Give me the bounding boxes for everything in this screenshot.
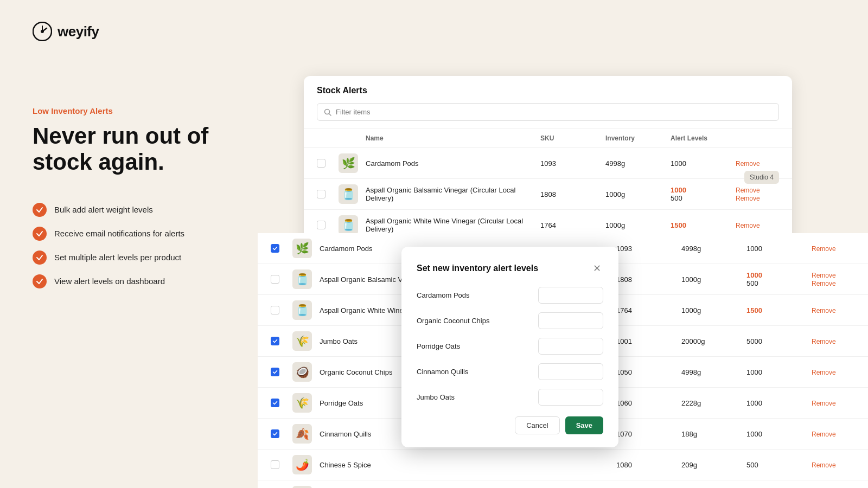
remove-link[interactable]: Remove <box>736 187 760 194</box>
alert-level: 1000500 <box>746 271 812 287</box>
remove-link[interactable]: Remove <box>812 307 836 314</box>
table-header: Name SKU Inventory Alert Levels <box>304 129 792 148</box>
modal-field: Porridge Oats <box>417 338 603 355</box>
product-image: 🫙 <box>292 300 312 320</box>
search-icon <box>324 108 331 116</box>
alert-level: 1000 <box>746 245 812 253</box>
row-checkbox[interactable] <box>271 244 279 253</box>
row-checkbox[interactable] <box>271 368 279 376</box>
feature-list: Bulk add alert weight levels Receive ema… <box>33 203 222 288</box>
hero-title: Never run out of stock again. <box>33 123 222 176</box>
product-sku: 1080 <box>616 461 681 469</box>
logo: weyify <box>33 22 222 41</box>
row-checkbox[interactable] <box>317 190 326 198</box>
product-inventory: 4998g <box>681 368 746 376</box>
product-image: 🫙 <box>339 184 358 204</box>
remove-link[interactable]: Remove <box>736 160 760 168</box>
svg-line-5 <box>329 113 331 115</box>
row-checkbox[interactable] <box>271 429 279 438</box>
row-checkbox[interactable] <box>271 460 279 469</box>
field-label: Jumbo Oats <box>417 393 455 401</box>
field-label: Cinnamon Quills <box>417 368 468 376</box>
alert-level-normal: 500 <box>671 194 736 202</box>
search-bar[interactable] <box>317 103 779 121</box>
field-label: Organic Coconut Chips <box>417 317 489 325</box>
field-label: Cardamom Pods <box>417 291 470 299</box>
inventory-alert-modal: Set new inventory alert levels ✕ Cardamo… <box>401 247 618 447</box>
row-checkbox[interactable] <box>271 306 279 314</box>
col-alert: Alert Levels <box>671 134 736 142</box>
row-checkbox[interactable] <box>271 399 279 407</box>
logo-text: weyify <box>58 23 99 40</box>
cardamom-pods-input[interactable] <box>538 287 603 304</box>
product-name: Aspall Organic Balsamic Vinegar (Circula… <box>366 186 540 202</box>
low-inventory-badge: Low Inventory Alerts <box>33 106 222 115</box>
remove-link[interactable]: Remove <box>812 431 836 438</box>
alert-level: 5000 <box>746 337 812 345</box>
check-icon <box>33 203 47 217</box>
alert-level: 1000 <box>746 399 812 407</box>
product-image: 🌶️ <box>292 455 312 474</box>
modal-field: Jumbo Oats <box>417 389 603 406</box>
product-image: 🫙 <box>339 215 358 235</box>
product-inventory: 4998g <box>605 159 671 168</box>
row-checkbox[interactable] <box>317 159 326 168</box>
porridge-oats-input[interactable] <box>538 338 603 355</box>
feature-text: View alert levels on dashboard <box>54 277 165 286</box>
alert-level: 500 <box>746 461 812 469</box>
product-sku: 1764 <box>540 221 605 229</box>
remove-link[interactable]: Remove <box>736 195 760 202</box>
remove-link[interactable]: Remove <box>812 245 836 253</box>
feature-text: Set multiple alert levels per product <box>54 253 181 262</box>
field-label: Porridge Oats <box>417 342 460 350</box>
modal-title: Set new inventory alert levels <box>417 264 538 273</box>
close-button[interactable]: ✕ <box>590 262 603 275</box>
remove-link[interactable]: Remove <box>812 280 836 287</box>
logo-icon <box>33 22 52 41</box>
coconut-chips-input[interactable] <box>538 312 603 329</box>
check-icon <box>33 274 47 288</box>
cinnamon-quills-input[interactable] <box>538 363 603 380</box>
alert-level: 1000 <box>746 368 812 376</box>
cancel-button[interactable]: Cancel <box>515 416 559 434</box>
product-sku: 1808 <box>616 275 681 284</box>
save-button[interactable]: Save <box>565 416 603 434</box>
remove-link[interactable]: Remove <box>812 338 836 345</box>
table-row: 🫙 Aspall Organic Balsamic Vinegar (Circu… <box>304 179 792 210</box>
product-image: 🌾 <box>292 331 312 351</box>
product-name: Chinese 5 Spice <box>320 461 616 469</box>
product-inventory: 188g <box>681 430 746 438</box>
alert-level: 1000 <box>671 159 736 168</box>
product-image: 🥥 <box>292 362 312 382</box>
studio-badge: Studio 4 <box>744 171 779 184</box>
product-inventory: 1000g <box>605 221 671 229</box>
table-row: 🌶️ Chinese 5 Spice 1080 209g 500 Remove <box>258 450 868 480</box>
search-input[interactable] <box>336 108 772 116</box>
remove-link[interactable]: Remove <box>812 461 836 469</box>
product-image: 🌾 <box>292 393 312 413</box>
jumbo-oats-input[interactable] <box>538 389 603 406</box>
product-inventory: 209g <box>681 461 746 469</box>
col-name: Name <box>366 134 540 142</box>
left-panel: weyify Low Inventory Alerts Never run ou… <box>0 0 255 488</box>
remove-link[interactable]: Remove <box>812 369 836 376</box>
modal-footer: Cancel Save <box>417 416 603 434</box>
row-checkbox[interactable] <box>317 221 326 229</box>
product-name: Cardamom Pods <box>366 159 540 168</box>
row-checkbox[interactable] <box>271 275 279 284</box>
col-img <box>339 134 366 142</box>
product-image: 🌿 <box>292 239 312 258</box>
remove-link[interactable]: Remove <box>812 272 836 279</box>
product-inventory: 2228g <box>681 399 746 407</box>
window-header: Stock Alerts <box>304 76 792 129</box>
alert-level: 1500 <box>671 221 736 229</box>
modal-field: Cardamom Pods <box>417 287 603 304</box>
remove-link[interactable]: Remove <box>736 222 760 229</box>
modal-field: Organic Coconut Chips <box>417 312 603 329</box>
row-checkbox[interactable] <box>271 337 279 345</box>
product-sku: 1070 <box>616 430 681 438</box>
remove-link[interactable]: Remove <box>812 400 836 407</box>
product-inventory: 1000g <box>681 306 746 314</box>
product-inventory: 20000g <box>681 337 746 345</box>
product-inventory: 4998g <box>681 245 746 253</box>
